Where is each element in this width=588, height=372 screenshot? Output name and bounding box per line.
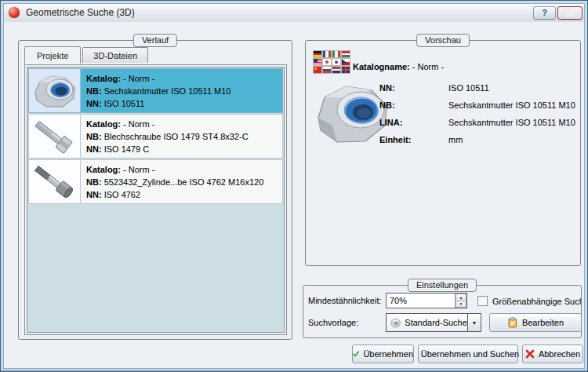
nn-label: NN: <box>86 99 102 108</box>
flag-icon <box>332 67 340 73</box>
dialog-window: Geometrische Suche (3D) ? Verlauf Projek… <box>0 0 588 372</box>
nn-value: ISO 4762 <box>104 190 140 199</box>
nut-icon <box>390 318 401 328</box>
flag-icon <box>332 59 340 65</box>
edit-button-label: Bearbeiten <box>522 318 564 327</box>
apply-button[interactable]: Übernehmen <box>352 345 414 363</box>
field-label: NB: <box>379 100 448 118</box>
katalogname-value: - Norm - <box>412 62 444 71</box>
vorschau-group: Vorschau Katalogname: - Norm - <box>305 40 581 266</box>
list-item-text: Katalog: - Norm - NB: 5523432_Zylinde...… <box>81 160 269 203</box>
list-item-iso-4762[interactable]: Katalog: - Norm - NB: 5523432_Zylinde...… <box>28 159 283 204</box>
einstellungen-legend: Einstellungen <box>408 279 477 292</box>
close-icon <box>566 9 574 16</box>
tab-3d-dateien[interactable]: 3D-Dateien <box>82 47 148 63</box>
combo-arrow-button[interactable]: ▼ <box>467 314 481 331</box>
cancel-button[interactable]: Abbrechen <box>522 345 583 363</box>
katalogname-row: Katalogname: - Norm - <box>353 62 444 71</box>
field-label: Einheit: <box>379 135 448 152</box>
history-list[interactable]: Katalog: - Norm - NB: Sechskantmutter IS… <box>27 67 285 333</box>
cancel-x-icon <box>525 349 535 359</box>
apply-button-label: Übernehmen <box>363 349 413 359</box>
check-icon <box>353 349 359 359</box>
flag-icon <box>332 51 340 57</box>
flag-icon <box>342 59 350 65</box>
min-similarity-input[interactable] <box>387 294 455 308</box>
help-icon: ? <box>542 8 547 17</box>
flag-icon <box>314 51 321 57</box>
window-title: Geometrische Suche (3D) <box>26 7 135 18</box>
katalog-value: - Norm - <box>123 165 154 174</box>
hex-screw-thumbnail <box>29 115 81 158</box>
katalog-label: Katalog: <box>86 119 121 129</box>
list-item-iso-1479[interactable]: Katalog: - Norm - NB: Blechschraube ISO … <box>28 114 283 159</box>
edit-button[interactable]: Bearbeiten <box>489 313 582 332</box>
spin-buttons: ▲ ▼ <box>455 294 466 308</box>
titlebar[interactable]: Geometrische Suche (3D) ? <box>4 3 584 22</box>
katalog-value: - Norm - <box>123 119 154 129</box>
search-template-select[interactable]: Standard-Suche ▼ <box>386 313 481 332</box>
title-buttons: ? <box>533 6 583 20</box>
min-similarity-label: Mindestähnlichkeit: <box>308 296 382 305</box>
flag-icon <box>323 67 331 73</box>
einstellungen-group: Einstellungen Mindestähnlichkeit: ▲ ▼ Gr… <box>303 285 582 338</box>
min-similarity-spinner: ▲ ▼ <box>386 293 467 308</box>
list-item-text: Katalog: - Norm - NB: Sechskantmutter IS… <box>81 69 236 112</box>
nb-value: Sechskantmutter ISO 10511 M10 <box>104 86 231 96</box>
flag-icon <box>342 51 350 57</box>
field-label: NN: <box>379 83 448 100</box>
preview-field-row: NN: ISO 10511 <box>379 83 575 100</box>
search-template-label: Suchvorlage: <box>308 318 358 327</box>
field-label: LINA: <box>379 118 448 135</box>
field-value: Sechskantmutter ISO 10511 M10 <box>448 100 575 118</box>
nb-value: Blechschraube ISO 1479 ST4.8x32-C <box>104 132 249 141</box>
spin-up-button[interactable]: ▲ <box>456 294 466 301</box>
nn-label: NN: <box>86 190 102 199</box>
field-value: mm <box>448 135 463 152</box>
apply-and-search-button[interactable]: Übernehmen und Suchen <box>418 345 518 363</box>
verlauf-legend: Verlauf <box>133 34 177 47</box>
flag-icon <box>323 51 331 57</box>
preview-fields: NN: ISO 10511 NB: Sechskantmutter ISO 10… <box>379 83 575 152</box>
katalogname-label: Katalogname: <box>353 62 410 71</box>
apply-and-search-button-label: Übernehmen und Suchen <box>421 349 519 359</box>
search-template-value: Standard-Suche <box>405 318 467 327</box>
field-value: ISO 10511 <box>448 83 489 100</box>
nn-label: NN: <box>86 144 102 154</box>
verlauf-tabs: Projekte 3D-Dateien <box>24 46 150 63</box>
katalog-label: Katalog: <box>86 74 121 83</box>
field-value: Sechskantmutter ISO 10511 M10 <box>448 118 575 135</box>
tab-projekte[interactable]: Projekte <box>24 46 81 64</box>
flag-icon <box>314 59 321 65</box>
list-item-iso-10511[interactable]: Katalog: - Norm - NB: Sechskantmutter IS… <box>28 68 283 113</box>
size-dependent-checkbox[interactable] <box>477 296 488 306</box>
close-button[interactable] <box>557 6 583 20</box>
cancel-button-label: Abbrechen <box>539 349 580 359</box>
katalog-label: Katalog: <box>86 165 121 174</box>
katalog-value: - Norm - <box>123 74 154 83</box>
language-flags-icon <box>314 51 350 73</box>
locknut-thumbnail <box>29 69 81 112</box>
size-dependent-label: Größenabhängige Suche <box>492 297 581 306</box>
vorschau-legend: Vorschau <box>416 34 470 47</box>
nb-value: 5523432_Zylinde...be ISO 4762 M16x120 <box>104 177 264 187</box>
verlauf-tabpane: Katalog: - Norm - NB: Sechskantmutter IS… <box>24 64 287 335</box>
flag-icon <box>314 67 321 73</box>
preview-field-row: NB: Sechskantmutter ISO 10511 M10 <box>379 100 575 118</box>
nn-value: ISO 10511 <box>104 99 145 108</box>
app-icon <box>9 7 20 18</box>
flag-icon <box>323 59 331 65</box>
nb-label: NB: <box>86 86 102 96</box>
list-item-text: Katalog: - Norm - NB: Blechschraube ISO … <box>81 115 254 158</box>
nb-label: NB: <box>86 132 102 141</box>
preview-field-row: LINA: Sechskantmutter ISO 10511 M10 <box>379 118 575 135</box>
help-button[interactable]: ? <box>533 6 556 20</box>
verlauf-group: Verlauf Projekte 3D-Dateien <box>18 40 292 340</box>
nb-label: NB: <box>86 177 102 187</box>
nn-value: ISO 1479 C <box>104 144 149 154</box>
spin-down-button[interactable]: ▼ <box>456 301 466 308</box>
flag-icon <box>342 67 350 73</box>
preview-field-row: Einheit: mm <box>379 135 575 152</box>
edit-clipboard-icon <box>507 317 518 328</box>
socket-screw-thumbnail <box>29 160 81 203</box>
